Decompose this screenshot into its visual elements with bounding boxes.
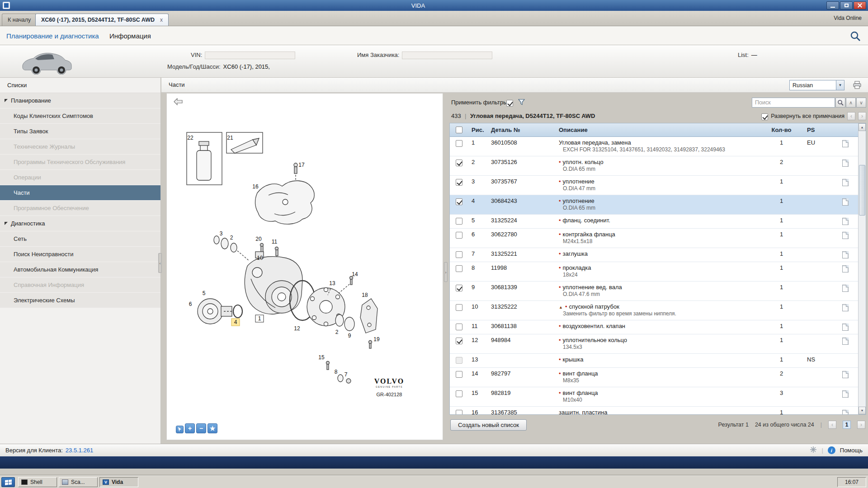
row-checkbox[interactable] bbox=[456, 140, 462, 147]
note-icon[interactable] bbox=[842, 371, 849, 378]
note-icon[interactable] bbox=[842, 232, 849, 239]
start-button[interactable] bbox=[1, 477, 15, 487]
note-icon[interactable] bbox=[842, 390, 849, 398]
row-checkbox[interactable] bbox=[456, 285, 462, 291]
sidebar-item[interactable]: Части bbox=[0, 185, 160, 200]
parts-row[interactable]: 330735767•уплотнениеO.DIA 47 mm1 bbox=[450, 176, 858, 195]
parts-row[interactable]: 1031325222▲•спускной патрубокЗаменить фи… bbox=[450, 301, 858, 320]
note-icon[interactable] bbox=[842, 160, 849, 167]
sidebar-item[interactable]: Коды Клиентских Симптомов bbox=[0, 108, 160, 123]
parts-row[interactable]: 1130681138•воздуховентил. клапан1 bbox=[450, 320, 858, 334]
create-list-button[interactable]: Создать новый список bbox=[450, 419, 527, 431]
maximize-button[interactable] bbox=[840, 1, 853, 9]
parts-row[interactable]: 13•крышка1NS bbox=[450, 354, 858, 368]
collapse-left-icon[interactable]: ‹ bbox=[158, 253, 162, 273]
row-checkbox[interactable] bbox=[456, 410, 462, 414]
parts-row[interactable]: 430684243•уплотнениеO.DIA 65 mm1 bbox=[450, 195, 858, 215]
diagram-callout[interactable]: 14 bbox=[352, 271, 358, 277]
expand-notes-checkbox[interactable] bbox=[761, 113, 768, 120]
sidebar-item[interactable]: Поиск Неисправности bbox=[0, 247, 160, 262]
notes-prev-button[interactable]: ‹ bbox=[847, 112, 855, 120]
page-next-button[interactable]: › bbox=[857, 421, 865, 429]
note-icon[interactable] bbox=[842, 285, 849, 292]
search-icon[interactable] bbox=[849, 30, 862, 42]
diagram-callout[interactable]: 9 bbox=[348, 333, 351, 339]
row-checkbox[interactable] bbox=[456, 198, 462, 205]
pointer-icon[interactable] bbox=[176, 426, 184, 433]
row-checkbox[interactable] bbox=[456, 390, 462, 397]
parts-row[interactable]: 531325224•фланц. соединит.1 bbox=[450, 215, 858, 229]
sidebar-item[interactable]: Автомобильная Коммуникация bbox=[0, 262, 160, 277]
note-icon[interactable] bbox=[842, 251, 849, 258]
diagram-callout[interactable]: 10 bbox=[257, 255, 263, 261]
info-icon[interactable]: i bbox=[828, 446, 835, 454]
collapse-right-icon[interactable]: › bbox=[444, 262, 448, 282]
parts-row[interactable]: 630622780•контргайка фланцаM24x1.5x181 bbox=[450, 229, 858, 248]
diagram-callout[interactable]: 8 bbox=[335, 369, 338, 375]
favorite-star-button[interactable]: ★ bbox=[208, 423, 217, 433]
row-checkbox[interactable] bbox=[456, 371, 462, 378]
row-checkbox[interactable] bbox=[456, 324, 462, 330]
diagram-callout[interactable]: 13 bbox=[329, 280, 335, 286]
search-input[interactable] bbox=[752, 98, 835, 108]
taskbar-item-shell[interactable]: Shell bbox=[18, 477, 57, 487]
diagram-callout[interactable]: 19 bbox=[373, 336, 380, 343]
zoom-out-button[interactable]: − bbox=[196, 423, 206, 433]
notes-next-button[interactable]: › bbox=[858, 112, 866, 120]
page-prev-button[interactable]: ‹ bbox=[828, 421, 836, 429]
note-icon[interactable] bbox=[842, 304, 849, 311]
chevron-down-icon[interactable]: ▼ bbox=[836, 80, 844, 90]
row-checkbox[interactable] bbox=[456, 304, 462, 311]
diagram-callout[interactable]: 11 bbox=[272, 239, 278, 245]
diagram-callout[interactable]: 15 bbox=[318, 354, 325, 361]
parts-row[interactable]: 14982797•винт фланцаM8x352 bbox=[450, 368, 858, 387]
note-icon[interactable] bbox=[842, 338, 849, 345]
sidebar-item[interactable]: Типы Заявок bbox=[0, 124, 160, 139]
row-checkbox[interactable] bbox=[456, 218, 462, 225]
diagram-callout[interactable]: 2 bbox=[335, 329, 339, 335]
diagram-callout[interactable]: 18 bbox=[362, 292, 368, 298]
menu-planning-diagnostics[interactable]: Планирование и диагностика bbox=[6, 26, 99, 45]
note-icon[interactable] bbox=[842, 324, 849, 331]
diagram-callout[interactable]: 22 bbox=[187, 135, 193, 141]
note-icon[interactable] bbox=[842, 179, 849, 186]
note-icon[interactable] bbox=[842, 140, 849, 147]
diagram-callout[interactable]: 1 bbox=[258, 315, 261, 322]
diagram-callout[interactable]: 2 bbox=[230, 235, 233, 241]
diagram-callout[interactable]: 4 bbox=[234, 319, 237, 325]
diagram-callout[interactable]: 20 bbox=[255, 236, 262, 242]
print-icon[interactable] bbox=[853, 81, 862, 90]
diagram-callout[interactable]: 6 bbox=[189, 301, 192, 307]
parts-row[interactable]: 731325221•заглушка1 bbox=[450, 248, 858, 262]
diagram-callout[interactable]: 12 bbox=[294, 325, 300, 332]
tab-home[interactable]: К началу bbox=[2, 14, 37, 26]
note-icon[interactable] bbox=[842, 198, 849, 206]
parts-row[interactable]: 1631367385защитн. пластинаB6304TX, B5254… bbox=[450, 407, 858, 414]
search-button[interactable] bbox=[835, 98, 845, 108]
help-link[interactable]: Помощь bbox=[840, 447, 863, 454]
row-checkbox[interactable] bbox=[456, 338, 462, 344]
note-icon[interactable] bbox=[842, 218, 849, 225]
row-checkbox[interactable] bbox=[456, 232, 462, 239]
filter-icon[interactable] bbox=[518, 99, 525, 107]
sidebar-item[interactable]: Электрические Схемы bbox=[0, 293, 160, 308]
scrollbar-thumb[interactable] bbox=[859, 165, 865, 216]
scroll-down-icon[interactable]: ▼ bbox=[859, 407, 866, 414]
taskbar-item-vida[interactable]: V Vida bbox=[99, 477, 138, 487]
zoom-in-button[interactable]: + bbox=[185, 423, 195, 433]
parts-row[interactable]: 230735126•уплотн. кольцоO.DIA 65 mm2 bbox=[450, 156, 858, 176]
tab-vehicle[interactable]: XC60 (-17), 2015, D5244T12, TF-80SC AWD … bbox=[35, 14, 169, 26]
row-checkbox[interactable] bbox=[456, 251, 462, 258]
diagram-callout[interactable]: 17 bbox=[298, 162, 305, 168]
parts-row[interactable]: 12948984•уплотнительное кольцо134.5x31 bbox=[450, 334, 858, 354]
parts-row[interactable]: 811998•прокладка18x241 bbox=[450, 262, 858, 282]
row-checkbox[interactable] bbox=[456, 160, 462, 166]
parts-diagram[interactable]: 222117163220111056411314121829191587 VOL… bbox=[167, 107, 443, 423]
language-select[interactable]: Russian ▼ bbox=[789, 80, 844, 90]
parts-row[interactable]: 15982819•винт фланцаM10x403 bbox=[450, 387, 858, 407]
taskbar-item-sca[interactable]: Sca... bbox=[59, 477, 98, 487]
settings-icon[interactable] bbox=[810, 446, 817, 455]
diagram-callout[interactable]: 3 bbox=[220, 230, 223, 237]
parts-row[interactable]: 930681339•уплотнение вед. валаO.DIA 47.6… bbox=[450, 282, 858, 301]
diagram-callout[interactable]: 16 bbox=[252, 183, 259, 190]
